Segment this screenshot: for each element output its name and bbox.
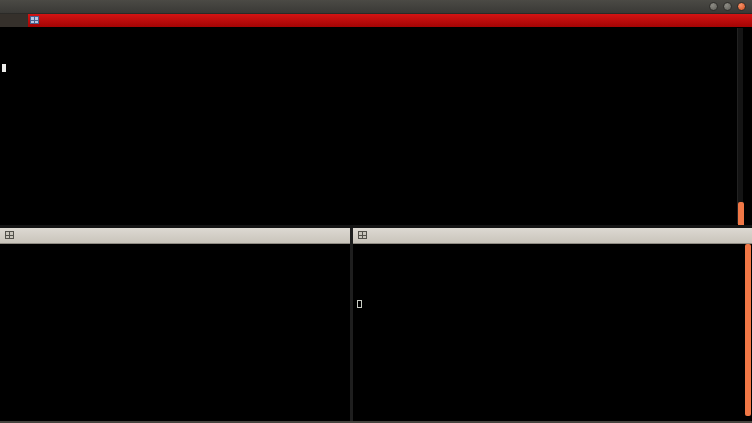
ls-output[interactable] xyxy=(353,244,752,423)
close-button[interactable] xyxy=(737,2,746,11)
terminal-group-icon[interactable] xyxy=(30,16,39,24)
text-cursor-inactive xyxy=(357,300,362,308)
titlebar-left-block xyxy=(0,14,28,27)
text-cursor xyxy=(2,64,6,72)
window-controls xyxy=(709,2,746,11)
scrollbar-right-thumb[interactable] xyxy=(745,244,751,416)
blank-line xyxy=(2,284,350,293)
terminal-prompt-line xyxy=(2,64,752,73)
window-titlebar[interactable] xyxy=(0,0,752,14)
pane-ls-titlebar[interactable] xyxy=(353,228,752,244)
terminal-prompt-line xyxy=(357,300,752,309)
scrollbar-top[interactable] xyxy=(737,28,743,224)
terminal-top[interactable] xyxy=(0,27,752,225)
bottom-split xyxy=(0,225,752,423)
htop-screen[interactable] xyxy=(0,244,350,423)
pane-ls[interactable] xyxy=(353,228,752,423)
scrollbar-thumb[interactable] xyxy=(738,202,744,225)
maximize-button[interactable] xyxy=(723,2,732,11)
minimize-button[interactable] xyxy=(709,2,718,11)
focused-terminal-titlebar[interactable] xyxy=(0,14,752,27)
terminal-group-icon[interactable] xyxy=(358,231,367,239)
pane-htop-titlebar[interactable] xyxy=(0,228,350,244)
pane-htop[interactable] xyxy=(0,228,350,423)
terminal-group-icon[interactable] xyxy=(5,231,14,239)
terminator-window xyxy=(0,0,752,423)
